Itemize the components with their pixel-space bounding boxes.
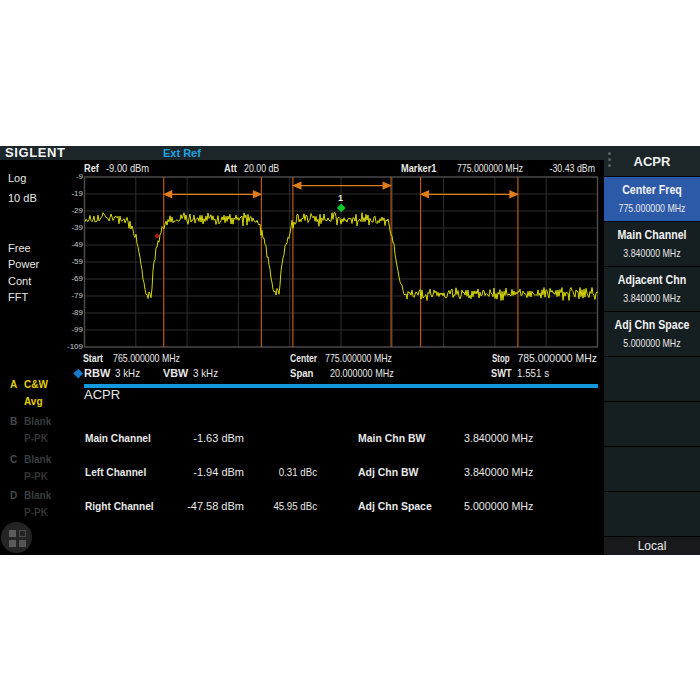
- svg-text:1: 1: [338, 193, 343, 203]
